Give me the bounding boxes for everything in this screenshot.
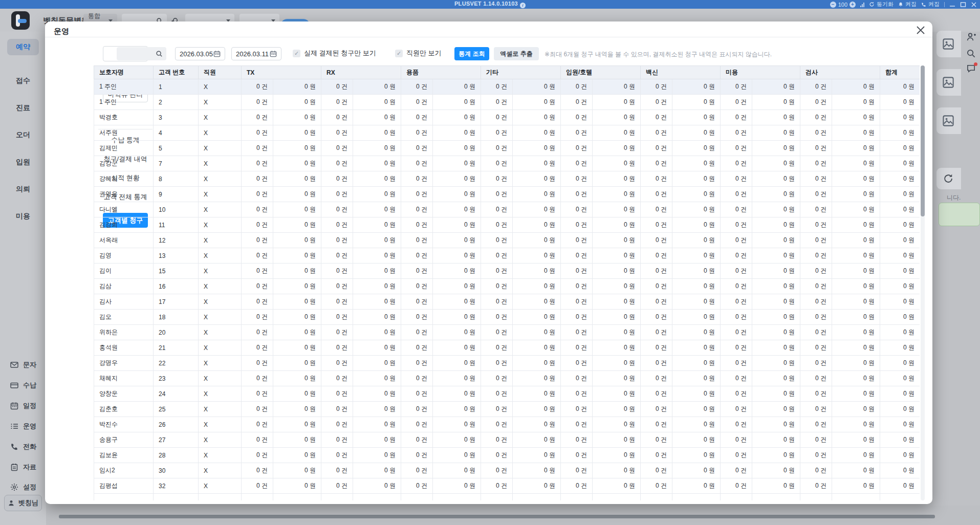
table-row[interactable]: 강혜지8X0 건0 원0 건0 원0 건0 원0 건0 원0 건0 원0 건0 … — [94, 171, 920, 187]
sidebar-bottom-item-6[interactable]: 자료 — [10, 463, 46, 472]
amount-cell: 0 원 — [752, 156, 800, 171]
horizontal-scrollbar[interactable] — [59, 515, 935, 518]
date-to-input[interactable]: 2026.03.11 — [231, 47, 281, 60]
table-row[interactable]: 김이15X0 건0 원0 건0 원0 건0 원0 건0 원0 건0 원0 건0 … — [94, 264, 920, 279]
table-row[interactable]: 김춘호25X0 건0 원0 건0 원0 건0 원0 건0 원0 건0 원0 건0… — [94, 402, 920, 417]
minimize-button[interactable] — [949, 2, 955, 7]
total-cell: 0 원 — [880, 310, 920, 325]
vertical-scrollbar[interactable] — [921, 65, 925, 500]
phone-icon — [921, 2, 926, 7]
count-cell: 0 건 — [401, 294, 433, 310]
sidebar-item-5[interactable]: 입원 — [0, 158, 46, 167]
sidebar-item-3[interactable]: 진료 — [0, 103, 46, 113]
amount-cell: 0 원 — [433, 356, 481, 371]
sidebar-bottom-item-5[interactable]: 전화 — [10, 442, 46, 451]
sync-button[interactable]: 동기화 — [869, 1, 894, 8]
zoom-in-icon[interactable]: + — [850, 2, 856, 8]
sidebar-item-6[interactable]: 의뢰 — [0, 185, 46, 194]
table-row[interactable]: 서옥래12X0 건0 원0 건0 원0 건0 원0 건0 원0 건0 원0 건0… — [94, 233, 920, 248]
table-row[interactable]: 박진수26X0 건0 원0 건0 원0 건0 원0 건0 원0 건0 원0 건0… — [94, 417, 920, 432]
count-cell: 0 건 — [481, 371, 513, 386]
add-user-icon[interactable] — [966, 32, 976, 42]
maximize-button[interactable] — [960, 2, 966, 7]
sidebar-item-4[interactable]: 오더 — [0, 130, 46, 140]
amount-cell: 0 원 — [593, 125, 641, 141]
amount-cell: 0 원 — [672, 478, 721, 494]
table-row[interactable]: 임시230X0 건0 원0 건0 원0 건0 원0 건0 원0 건0 원0 건0… — [94, 463, 920, 478]
search-icon[interactable] — [966, 49, 976, 59]
zoom-out-icon[interactable]: − — [830, 2, 836, 8]
table-row[interactable]: 김강희11X0 건0 원0 건0 원0 건0 원0 건0 원0 건0 원0 건0… — [94, 217, 920, 233]
sidebar-bottom-item-4[interactable]: 운영 — [10, 422, 46, 431]
table-row[interactable]: 홍석원21X0 건0 원0 건0 원0 건0 원0 건0 원0 건0 원0 건0… — [94, 340, 920, 356]
export-excel-button[interactable]: 엑셀로 추출 — [494, 47, 539, 60]
amount-cell: 0 원 — [513, 233, 561, 248]
count-cell: 0 건 — [242, 310, 273, 325]
customer-no-cell: 16 — [154, 279, 199, 294]
amount-cell: 0 원 — [672, 248, 721, 264]
sidebar-bottom-item-7[interactable]: 설정 — [10, 483, 46, 492]
count-cell: 0 건 — [800, 432, 832, 448]
table-row[interactable]: 김제민5X0 건0 원0 건0 원0 건0 원0 건0 원0 건0 원0 건0 … — [94, 141, 920, 156]
sidebar-item-7[interactable]: 미용 — [0, 212, 46, 221]
table-row[interactable]: 김영13X0 건0 원0 건0 원0 건0 원0 건0 원0 건0 원0 건0 … — [94, 248, 920, 264]
table-row[interactable]: 김사17X0 건0 원0 건0 원0 건0 원0 건0 원0 건0 원0 건0 … — [94, 294, 920, 310]
amount-cell: 0 원 — [273, 187, 321, 202]
table-row[interactable]: 김보윤28X0 건0 원0 건0 원0 건0 원0 건0 원0 건0 원0 건0… — [94, 448, 920, 463]
table-row[interactable]: 다니엘10X0 건0 원0 건0 원0 건0 원0 건0 원0 건0 원0 건0… — [94, 202, 920, 217]
table-row[interactable]: 김오18X0 건0 원0 건0 원0 건0 원0 건0 원0 건0 원0 건0 … — [94, 310, 920, 325]
amount-cell: 0 원 — [832, 417, 880, 432]
sidebar-bottom-item-3[interactable]: 일정 — [10, 401, 46, 410]
amount-cell: 0 원 — [353, 463, 401, 478]
table-row[interactable]: 강명우22X0 건0 원0 건0 원0 건0 원0 건0 원0 건0 원0 건0… — [94, 356, 920, 371]
count-cell: 0 건 — [401, 202, 433, 217]
table-row[interactable]: 1 주인1X0 건0 원0 건0 원0 건0 원0 건0 원0 건0 원0 건0… — [94, 79, 920, 95]
table-row[interactable]: 채혜지23X0 건0 원0 건0 원0 건0 원0 건0 원0 건0 원0 건0… — [94, 371, 920, 386]
table-row[interactable]: 김삼16X0 건0 원0 건0 원0 건0 원0 건0 원0 건0 원0 건0 … — [94, 279, 920, 294]
sidebar-item-1[interactable]: 예약 — [7, 39, 39, 55]
scrollbar-thumb[interactable] — [921, 65, 925, 216]
count-cell: 0 건 — [721, 325, 752, 340]
table-row[interactable]: 박경호3X0 건0 원0 건0 원0 건0 원0 건0 원0 건0 원0 건0 … — [94, 110, 920, 125]
table-row[interactable]: 권영웅9X0 건0 원0 건0 원0 건0 원0 건0 원0 건0 원0 건0 … — [94, 187, 920, 202]
chat-icon[interactable] — [966, 63, 976, 74]
info-icon[interactable]: i — [520, 3, 526, 8]
paid-only-checkbox[interactable]: ✓ 실제 결제된 청구만 보기 — [293, 49, 376, 58]
sidebar-item-2[interactable]: 접수 — [0, 76, 46, 85]
table-row[interactable]: 위하은20X0 건0 원0 건0 원0 건0 원0 건0 원0 건0 원0 건0… — [94, 325, 920, 340]
table-row[interactable]: 김강군7X0 건0 원0 건0 원0 건0 원0 건0 원0 건0 원0 건0 … — [94, 156, 920, 171]
query-stats-button[interactable]: 통계 조회 — [454, 47, 489, 60]
amount-cell: 0 원 — [273, 402, 321, 417]
count-cell: 0 건 — [401, 432, 433, 448]
count-cell: 0 건 — [641, 448, 672, 463]
count-cell: 0 건 — [721, 463, 752, 478]
table-row[interactable]: 서주원4X0 건0 원0 건0 원0 건0 원0 건0 원0 건0 원0 건0 … — [94, 125, 920, 141]
staff-only-checkbox[interactable]: ✓ 직원만 보기 — [395, 49, 442, 58]
zoom-controls[interactable]: − 100 + — [830, 2, 856, 8]
amount-cell: 0 원 — [752, 371, 800, 386]
table-row[interactable]: 1 주인2X0 건0 원0 건0 원0 건0 원0 건0 원0 건0 원0 건0… — [94, 95, 920, 110]
date-from-input[interactable]: 2026.03.05 — [175, 47, 225, 60]
close-icon[interactable] — [915, 25, 927, 37]
amount-cell: 0 원 — [273, 79, 321, 95]
count-cell: 0 건 — [721, 110, 752, 125]
sidebar-user-button[interactable]: 벳칭님 — [4, 495, 42, 511]
table-row[interactable]: 송용구27X0 건0 원0 건0 원0 건0 원0 건0 원0 건0 원0 건0… — [94, 432, 920, 448]
close-window-button[interactable] — [971, 2, 977, 7]
total-cell: 0 원 — [880, 110, 920, 125]
table-row-partial[interactable] — [94, 494, 920, 501]
owner-name-cell: 박경호 — [94, 110, 154, 125]
count-cell: 0 건 — [721, 310, 752, 325]
notification-toggle[interactable]: 켜짐 — [898, 1, 917, 8]
sidebar-bottom-item-1[interactable]: 문자 — [10, 360, 46, 369]
count-cell: 0 건 — [242, 340, 273, 356]
owner-search-input[interactable] — [117, 47, 166, 60]
phone-toggle[interactable]: 켜짐 — [921, 1, 940, 8]
amount-cell: 0 원 — [433, 448, 481, 463]
table-row[interactable]: 양창운24X0 건0 원0 건0 원0 건0 원0 건0 원0 건0 원0 건0… — [94, 386, 920, 402]
amount-cell: 0 원 — [353, 217, 401, 233]
amount-cell: 0 원 — [433, 463, 481, 478]
sidebar-bottom-item-2[interactable]: 수납 — [10, 381, 46, 390]
refresh-icon[interactable] — [943, 173, 953, 184]
table-row[interactable]: 김평섭32X0 건0 원0 건0 원0 건0 원0 건0 원0 건0 원0 건0… — [94, 478, 920, 494]
